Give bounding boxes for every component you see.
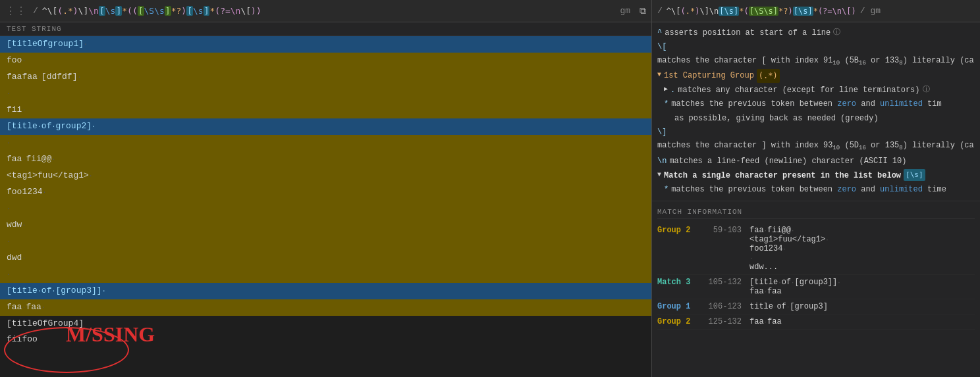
exp-text-dot: matches any character (except for line t… — [678, 84, 919, 97]
right-flags: gm — [871, 6, 881, 16]
match-range-group1: 106-123 — [703, 302, 749, 311]
match-label-group1: Group 1 — [657, 302, 703, 311]
test-line: faa·faa· — [0, 299, 651, 316]
exp-text-star2: matches the previous token between zero … — [671, 183, 946, 196]
test-line: · — [0, 135, 651, 151]
regex-pattern[interactable]: ^\[(.*)\]\n[\s]*(([\S\s]*?)[\s]*(?=\n\[)… — [42, 6, 261, 16]
right-regex-pattern[interactable]: ^\[(.*)\]\n[\s]*([\S\s]*?)[\s]*(?=\n\[) — [667, 7, 856, 16]
test-line: · — [0, 266, 651, 283]
match-range-group2-2: 125-132 — [703, 317, 749, 326]
test-line: <tag1>fuu</tag1>· — [0, 168, 651, 184]
match-range-group2-1: 59-103 — [703, 226, 749, 235]
exp-token-newline: \n — [657, 155, 667, 168]
match-value-group1: title·of·[group3] — [749, 302, 975, 311]
exp-line-charclass: Match a single character present in the … — [657, 169, 975, 183]
exp-line-dot: . matches any character (except for line… — [657, 84, 975, 97]
exp-token-anchor: ^ — [657, 26, 662, 39]
match-row-group2-1: Group 2 59-103 faa·fii@@· <tag1>fuu</tag… — [657, 223, 975, 275]
right-regex-bar: / ^\[(.*)\]\n[\s]*([\S\s]*?)[\s]*(?=\n\[… — [652, 0, 980, 22]
drag-handle-icon: ⋮⋮ — [5, 5, 26, 18]
exp-text-greedy: as possible, giving back as needed (gree… — [664, 112, 879, 125]
left-panel: ⋮⋮ / ^\[(.*)\]\n[\s]*(([\S\s]*?)[\s]*(?=… — [0, 0, 652, 377]
test-line: foo· — [0, 53, 651, 69]
test-line: wdw· — [0, 217, 651, 234]
match-info-section: MATCH INFORMATION Group 2 59-103 faa·fii… — [652, 201, 980, 334]
test-line: dwd· — [0, 250, 651, 266]
exp-token-star: * — [664, 97, 668, 111]
exp-line-anchor: ^ asserts position at start of a line ⓘ — [657, 26, 975, 40]
test-line: [title·of·group2]· — [0, 118, 651, 135]
exp-token-bracket-close: \] — [657, 126, 667, 139]
match-label-group2-2: Group 2 — [657, 317, 703, 326]
test-line: fii· — [0, 102, 651, 118]
regex-bar: ⋮⋮ / ^\[(.*)\]\n[\s]*(([\S\s]*?)[\s]*(?=… — [0, 0, 651, 22]
group1-toggle[interactable] — [657, 69, 661, 80]
exp-info-icon-dot[interactable]: ⓘ — [923, 84, 930, 96]
exp-charclass-label: Match a single character present in the … — [664, 169, 901, 182]
match-info-header: MATCH INFORMATION — [657, 205, 975, 219]
match-label-match3: Match 3 — [657, 278, 703, 287]
exp-token-star2: * — [664, 183, 668, 196]
test-area[interactable]: [titleOfgroup1]· foo· faafaa·[ddfdf]· · … — [0, 36, 651, 377]
exp-group1-pattern: (.*) — [757, 69, 780, 82]
test-line: · — [0, 201, 651, 217]
match-label-group2-1: Group 2 — [657, 226, 703, 235]
exp-charclass-pattern: [\s] — [904, 169, 925, 182]
test-line: · — [0, 234, 651, 250]
exp-text-newline: matches a line-feed (newline) character … — [669, 155, 906, 168]
exp-line-group1: 1st Capturing Group (.*) — [657, 69, 975, 83]
regex-flags: gm — [620, 6, 630, 16]
match-row-group1: Group 1 106-123 title·of·[group3] — [657, 299, 975, 314]
test-line: · — [0, 86, 651, 102]
exp-line-newline: \n matches a line-feed (newline) charact… — [657, 155, 975, 168]
exp-group1-label: 1st Capturing Group — [664, 69, 754, 82]
exp-line-greedy: as possible, giving back as needed (gree… — [657, 112, 975, 126]
test-line: [titleOfgroup1]· — [0, 36, 651, 53]
match-value-match3: [title·of·[group3]]· faa·faa — [749, 278, 975, 296]
test-line: foo1234· — [0, 184, 651, 201]
test-string-header: TEST STRING — [0, 22, 651, 36]
right-panel: / ^\[(.*)\]\n[\s]*([\S\s]*?)[\s]*(?=\n\[… — [652, 0, 980, 377]
match-value-group2-1: faa·fii@@· <tag1>fuu</tag1>· foo1234· · … — [749, 226, 975, 272]
test-line: [titleOfGroup4] — [0, 316, 651, 332]
exp-token-bracket: \[ — [657, 40, 667, 53]
dot-toggle[interactable] — [664, 84, 668, 95]
test-line: [title·of·[group3]]· — [0, 283, 651, 299]
match-row-match3: Match 3 105-132 [title·of·[group3]]· faa… — [657, 275, 975, 299]
slash-open: / — [33, 6, 38, 16]
exp-line-bracket-close: \] matches the character ] with index 93… — [657, 126, 975, 155]
match-range-match3: 105-132 — [703, 278, 749, 287]
exp-line-star2: * matches the previous token between zer… — [657, 183, 975, 197]
explanation-area: ^ asserts position at start of a line ⓘ … — [652, 22, 980, 201]
exp-text-bracket-close: matches the character ] with index 9310 … — [657, 139, 974, 154]
exp-text-bracket: matches the character [ with index 9110 … — [657, 54, 974, 69]
exp-line-bracket: \[ matches the character [ with index 91… — [657, 40, 975, 69]
match-row-group2-2: Group 2 125-132 faa·faa — [657, 314, 975, 330]
copy-icon[interactable]: ⧉ — [640, 6, 646, 16]
exp-text-anchor: asserts position at start of a line — [665, 26, 830, 39]
test-line: faa·fii@@· — [0, 151, 651, 168]
match-value-group2-2: faa·faa — [749, 317, 975, 326]
exp-info-icon-anchor[interactable]: ⓘ — [833, 26, 840, 39]
exp-line-star: * matches the previous token between zer… — [657, 97, 975, 111]
test-line: fiifoo — [0, 332, 651, 347]
charclass-toggle[interactable] — [657, 169, 661, 180]
test-line: faafaa·[ddfdf]· — [0, 69, 651, 86]
exp-token-dot: . — [670, 84, 675, 97]
exp-text-star: matches the previous token between zero … — [671, 97, 942, 111]
